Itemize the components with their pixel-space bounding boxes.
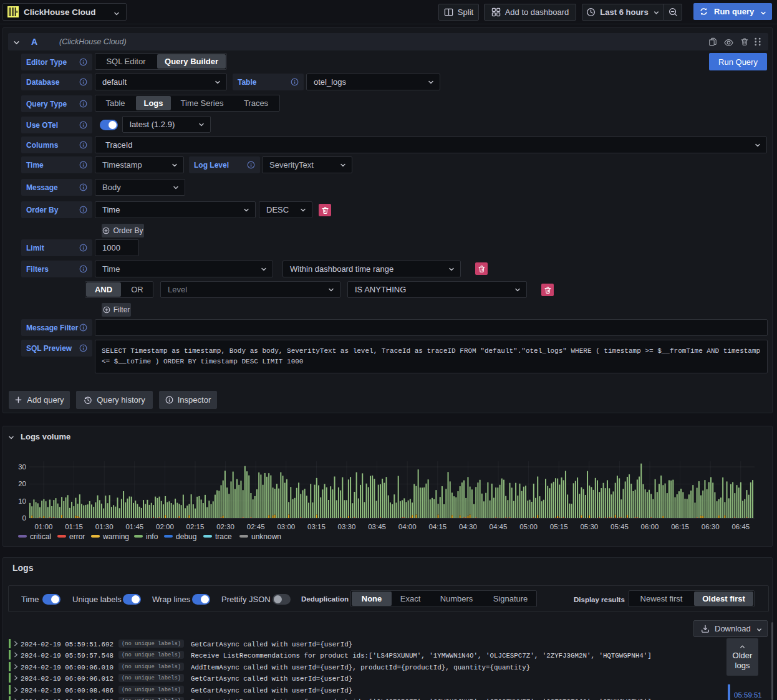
svg-text:warning: warning bbox=[102, 532, 129, 541]
svg-text:04:30: 04:30 bbox=[459, 523, 477, 530]
svg-text:01:00: 01:00 bbox=[35, 523, 53, 530]
svg-text:02:45: 02:45 bbox=[247, 523, 265, 530]
svg-text:03:30: 03:30 bbox=[338, 523, 356, 530]
svg-text:20: 20 bbox=[18, 480, 26, 487]
svg-text:30: 30 bbox=[18, 463, 26, 471]
svg-text:05:45: 05:45 bbox=[610, 523, 629, 530]
svg-text:debug: debug bbox=[176, 532, 196, 541]
svg-text:02:15: 02:15 bbox=[186, 523, 205, 530]
svg-text:trace: trace bbox=[215, 532, 232, 541]
svg-text:05:15: 05:15 bbox=[550, 523, 568, 530]
svg-text:01:30: 01:30 bbox=[95, 523, 113, 530]
svg-text:info: info bbox=[146, 532, 158, 541]
svg-text:01:15: 01:15 bbox=[65, 523, 83, 530]
svg-text:03:00: 03:00 bbox=[277, 523, 295, 530]
svg-text:04:15: 04:15 bbox=[428, 523, 446, 530]
svg-text:01:45: 01:45 bbox=[125, 523, 143, 530]
svg-text:06:30: 06:30 bbox=[702, 523, 720, 530]
svg-text:06:45: 06:45 bbox=[731, 523, 750, 530]
svg-text:06:15: 06:15 bbox=[671, 523, 689, 530]
svg-text:0: 0 bbox=[22, 514, 26, 522]
svg-text:unknown: unknown bbox=[251, 532, 281, 541]
svg-text:03:15: 03:15 bbox=[307, 523, 326, 530]
svg-text:05:30: 05:30 bbox=[580, 523, 598, 530]
svg-text:02:30: 02:30 bbox=[216, 523, 234, 530]
svg-text:02:00: 02:00 bbox=[156, 523, 174, 530]
svg-text:error: error bbox=[69, 532, 85, 541]
svg-text:04:45: 04:45 bbox=[490, 523, 508, 530]
svg-text:06:00: 06:00 bbox=[641, 523, 659, 530]
svg-text:03:45: 03:45 bbox=[368, 523, 386, 530]
svg-text:critical: critical bbox=[30, 532, 51, 541]
svg-text:05:00: 05:00 bbox=[519, 523, 538, 530]
svg-text:10: 10 bbox=[18, 497, 26, 505]
svg-text:04:00: 04:00 bbox=[398, 523, 417, 530]
